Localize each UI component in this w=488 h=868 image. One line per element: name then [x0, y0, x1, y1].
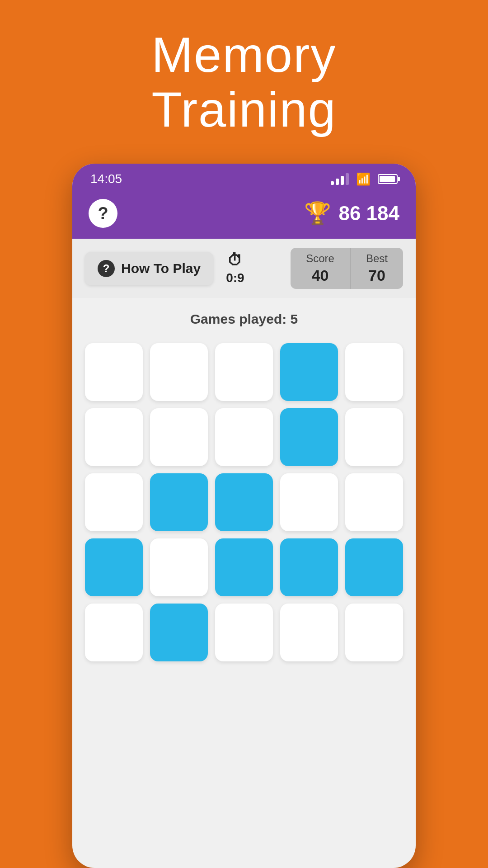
total-score: 🏆 86 184: [304, 201, 399, 226]
games-played: Games played: 5: [85, 311, 403, 327]
grid-cell[interactable]: [85, 343, 143, 401]
grid-cell[interactable]: [345, 343, 403, 401]
grid-cell[interactable]: [345, 408, 403, 466]
grid-cell[interactable]: [280, 408, 338, 466]
help-button[interactable]: ?: [89, 199, 117, 228]
score-col: Score 40: [291, 248, 351, 289]
grid-cell[interactable]: [150, 604, 208, 661]
wifi-icon: 📶: [356, 172, 371, 186]
grid-cell[interactable]: [150, 408, 208, 466]
grid-cell[interactable]: [280, 473, 338, 531]
grid-cell[interactable]: [150, 473, 208, 531]
phone-frame: 14:05 📶 ? 🏆 86 184 ? How To Play: [72, 164, 416, 868]
score-block: Score 40 Best 70: [291, 248, 403, 289]
grid-cell[interactable]: [280, 538, 338, 596]
grid-cell[interactable]: [215, 473, 273, 531]
app-header: ? 🏆 86 184: [72, 192, 416, 239]
signal-icon: [331, 173, 349, 185]
how-to-play-button[interactable]: ? How To Play: [85, 252, 213, 285]
clock-icon: ⏱: [227, 251, 243, 269]
main-content: Games played: 5: [72, 298, 416, 674]
grid-cell[interactable]: [280, 604, 338, 661]
grid-cell[interactable]: [85, 604, 143, 661]
trophy-icon: 🏆: [304, 201, 331, 226]
battery-icon: [378, 174, 398, 184]
best-col: Best 70: [351, 248, 403, 289]
grid-cell[interactable]: [215, 538, 273, 596]
status-time: 14:05: [90, 172, 122, 186]
grid-cell[interactable]: [85, 538, 143, 596]
grid-cell[interactable]: [345, 604, 403, 661]
timer-value: 0:9: [226, 271, 244, 285]
app-title: Memory Training: [151, 0, 336, 164]
status-bar: 14:05 📶: [72, 164, 416, 192]
grid-cell[interactable]: [280, 343, 338, 401]
timer-block: ⏱ 0:9: [226, 251, 244, 285]
grid-cell[interactable]: [150, 343, 208, 401]
grid-cell[interactable]: [215, 604, 273, 661]
grid-cell[interactable]: [215, 408, 273, 466]
grid-cell[interactable]: [150, 538, 208, 596]
question-icon: ?: [98, 260, 115, 277]
toolbar: ? How To Play ⏱ 0:9 Score 40 Best 70: [72, 239, 416, 298]
grid-cell[interactable]: [85, 473, 143, 531]
grid-cell[interactable]: [215, 343, 273, 401]
grid-cell[interactable]: [345, 538, 403, 596]
grid-cell[interactable]: [85, 408, 143, 466]
status-right: 📶: [331, 172, 398, 186]
game-grid: [85, 343, 403, 661]
grid-cell[interactable]: [345, 473, 403, 531]
